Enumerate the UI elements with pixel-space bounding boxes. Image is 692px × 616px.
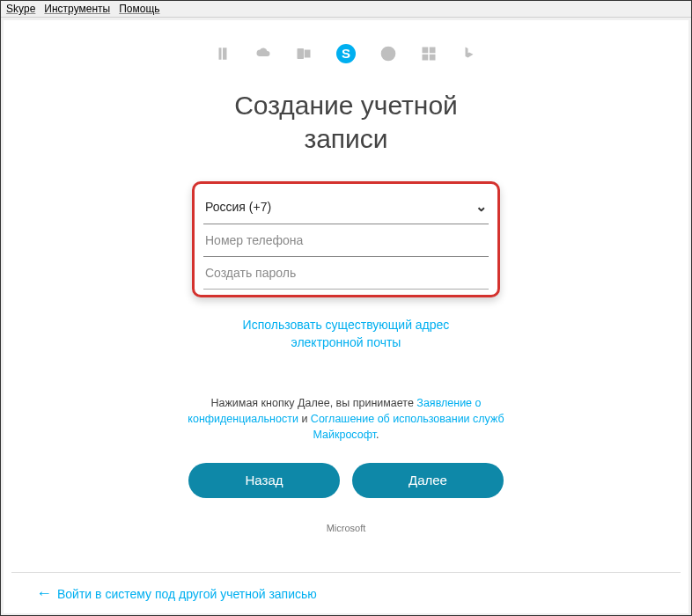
arrow-left-icon: ← bbox=[36, 584, 52, 603]
button-row: Назад Далее bbox=[188, 463, 504, 498]
office-icon bbox=[214, 45, 232, 62]
skype-icon: S bbox=[335, 43, 357, 64]
xbox-icon bbox=[379, 45, 397, 62]
phone-input[interactable]: Номер телефона bbox=[203, 224, 489, 257]
password-placeholder: Создать пароль bbox=[205, 266, 296, 280]
svg-rect-1 bbox=[223, 48, 227, 60]
onedrive-icon bbox=[254, 45, 272, 62]
svg-rect-7 bbox=[423, 48, 429, 54]
chevron-down-icon: ⌄ bbox=[475, 198, 487, 215]
svg-rect-0 bbox=[219, 48, 222, 60]
next-button[interactable]: Далее bbox=[352, 463, 504, 498]
footer-divider bbox=[11, 572, 681, 573]
title-line-1: Создание учетной bbox=[234, 89, 458, 122]
menu-tools[interactable]: Инструменты bbox=[44, 3, 110, 15]
svg-rect-8 bbox=[430, 48, 436, 54]
country-select[interactable]: Россия (+7) ⌄ bbox=[203, 189, 489, 224]
service-icons-row: S bbox=[214, 43, 478, 64]
svg-rect-2 bbox=[298, 48, 305, 59]
svg-point-6 bbox=[381, 47, 396, 62]
sign-in-other-account-link[interactable]: ← Войти в систему под другой учетной зап… bbox=[36, 584, 317, 603]
main-content: S Создание учетной записи Россия (+7) ⌄ … bbox=[4, 20, 688, 613]
use-existing-email-link[interactable]: Использовать существующий адрес электрон… bbox=[243, 317, 450, 351]
terms-text: Нажимая кнопку Далее, вы принимаете Заяв… bbox=[170, 395, 522, 443]
svg-text:S: S bbox=[342, 46, 350, 61]
menu-help[interactable]: Помощь bbox=[119, 3, 159, 15]
country-value: Россия (+7) bbox=[205, 200, 271, 214]
svg-rect-3 bbox=[305, 50, 311, 58]
microsoft-footer: Microsoft bbox=[327, 523, 366, 533]
svg-rect-10 bbox=[430, 55, 436, 61]
tos-link[interactable]: Соглашение об использовании служб Майкро… bbox=[311, 413, 504, 441]
menubar: Skype Инструменты Помощь bbox=[1, 1, 691, 18]
password-input[interactable]: Создать пароль bbox=[203, 257, 489, 290]
windows-icon bbox=[420, 45, 438, 62]
back-button[interactable]: Назад bbox=[188, 463, 340, 498]
page-title: Создание учетной записи bbox=[234, 89, 458, 155]
title-line-2: записи bbox=[234, 122, 458, 156]
phone-placeholder: Номер телефона bbox=[205, 233, 303, 247]
signup-form-highlight: Россия (+7) ⌄ Номер телефона Создать пар… bbox=[192, 181, 500, 297]
outlook-icon bbox=[295, 45, 313, 62]
svg-rect-9 bbox=[423, 55, 429, 61]
bing-icon bbox=[460, 45, 478, 62]
menu-skype[interactable]: Skype bbox=[6, 3, 35, 15]
